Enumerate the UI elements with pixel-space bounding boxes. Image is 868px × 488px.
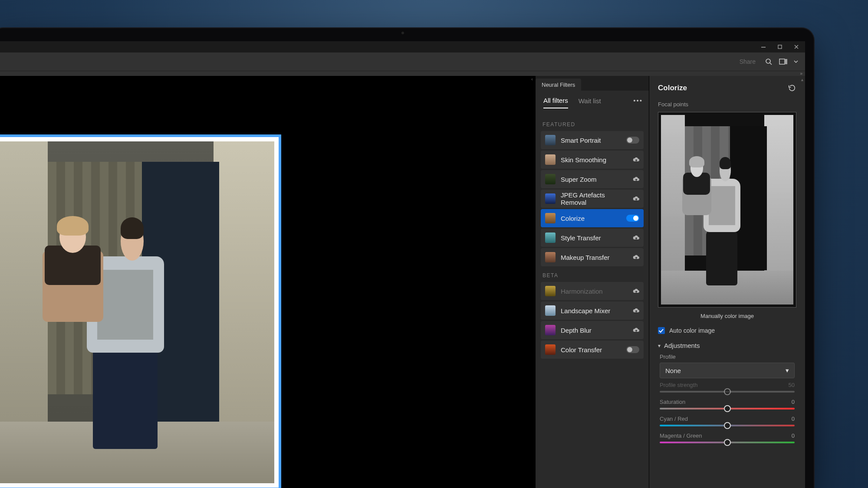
tab-all-filters[interactable]: All filters — [543, 97, 568, 108]
svg-rect-3 — [779, 59, 785, 64]
chevron-down-icon[interactable] — [794, 57, 798, 66]
properties-title: Colorize — [658, 84, 687, 92]
auto-color-checkbox[interactable]: Auto color image — [658, 327, 796, 334]
slider-value: 0 — [792, 416, 795, 422]
slider-track — [660, 391, 795, 393]
filter-label: Colorize — [561, 215, 621, 222]
filter-label: Makeup Transfer — [561, 254, 627, 261]
adjustments-label: Adjustments — [664, 342, 700, 349]
workspace-icon[interactable] — [779, 57, 788, 66]
profile-select[interactable]: None ▾ — [660, 363, 795, 378]
slider-knob — [724, 388, 731, 395]
filter-thumb-icon — [545, 305, 556, 316]
filter-landscape-mixer[interactable]: Landscape Mixer — [541, 301, 644, 320]
svg-point-2 — [766, 59, 770, 63]
filter-thumb-icon — [545, 233, 556, 243]
chevron-down-icon: ▾ — [658, 343, 661, 349]
slider-profile-strength: Profile strength50 — [660, 382, 795, 393]
filter-thumb-icon — [545, 193, 556, 204]
filter-harmonization[interactable]: Harmonization — [541, 282, 644, 300]
close-button[interactable] — [793, 43, 800, 50]
filter-properties-panel: ▲ Colorize Focal points — [649, 76, 805, 488]
filter-thumb-icon — [545, 325, 556, 335]
expand-panels-icon[interactable]: » — [800, 71, 802, 76]
filter-thumb-icon — [545, 154, 556, 165]
filter-colorize[interactable]: Colorize — [541, 209, 644, 227]
cloud-download-icon[interactable] — [632, 196, 639, 202]
filter-depth-blur[interactable]: Depth Blur — [541, 321, 644, 339]
search-icon[interactable] — [764, 57, 773, 66]
slider-label: Saturation — [660, 399, 685, 405]
slider-value: 0 — [792, 399, 795, 405]
slider-knob[interactable] — [724, 405, 731, 412]
canvas-image[interactable] — [0, 134, 281, 488]
section-beta: BETA — [542, 272, 642, 278]
filter-label: Skin Smoothing — [561, 156, 627, 164]
filter-super-zoom[interactable]: Super Zoom — [541, 170, 644, 188]
filter-toggle[interactable] — [626, 346, 639, 353]
cloud-download-icon[interactable] — [632, 327, 639, 333]
slider-label: Magenta / Green — [660, 432, 702, 439]
svg-rect-0 — [761, 47, 766, 48]
preview-thumbnail[interactable] — [658, 112, 796, 308]
cloud-download-icon[interactable] — [632, 254, 639, 260]
filter-label: Style Transfer — [561, 234, 627, 242]
filter-jpeg-artefacts-removal[interactable]: JPEG Artefacts Removal — [541, 190, 644, 208]
slider-saturation[interactable]: Saturation0 — [660, 399, 795, 409]
filter-toggle[interactable] — [626, 215, 639, 222]
slider-magenta-green[interactable]: Magenta / Green0 — [660, 432, 795, 443]
filter-thumb-icon — [545, 344, 556, 355]
filter-thumb-icon — [545, 286, 556, 296]
cloud-download-icon[interactable] — [632, 176, 639, 182]
slider-track[interactable] — [660, 425, 795, 426]
share-button[interactable]: Share — [740, 58, 756, 65]
auto-color-label: Auto color image — [669, 327, 715, 334]
filter-makeup-transfer[interactable]: Makeup Transfer — [541, 248, 644, 266]
neural-filters-panel: Neural Filters All filters Wait list •••… — [535, 76, 649, 488]
slider-label: Profile strength — [660, 382, 697, 388]
reset-icon[interactable] — [788, 85, 796, 92]
slider-knob[interactable] — [724, 422, 731, 429]
filter-smart-portrait[interactable]: Smart Portrait — [541, 131, 644, 149]
focal-points-label: Focal points — [658, 101, 796, 108]
maximize-button[interactable] — [776, 43, 783, 50]
cloud-download-icon[interactable] — [632, 288, 639, 294]
minimize-button[interactable] — [760, 43, 767, 50]
adjustments-accordion[interactable]: ▾ Adjustments — [658, 342, 796, 349]
filter-label: Smart Portrait — [561, 137, 621, 144]
scroll-indicator-icon: ▲ — [800, 78, 804, 82]
filter-thumb-icon — [545, 252, 556, 262]
filter-label: JPEG Artefacts Removal — [561, 191, 627, 206]
filter-toggle[interactable] — [626, 137, 639, 144]
panel-tab-neural-filters[interactable]: Neural Filters — [536, 79, 581, 91]
tab-wait-list[interactable]: Wait list — [579, 97, 601, 108]
filter-thumb-icon — [545, 174, 556, 184]
slider-knob[interactable] — [724, 439, 731, 446]
window-titlebar — [0, 41, 805, 52]
preview-caption: Manually color image — [654, 313, 801, 319]
filter-color-transfer[interactable]: Color Transfer — [541, 341, 644, 359]
cloud-download-icon[interactable] — [632, 157, 639, 163]
panel-menu-icon[interactable]: ••• — [633, 97, 643, 104]
slider-track[interactable] — [660, 442, 795, 443]
filter-skin-smoothing[interactable]: Skin Smoothing — [541, 151, 644, 169]
filter-label: Landscape Mixer — [561, 307, 627, 314]
app-toolbar: Share — [0, 52, 805, 71]
slider-cyan-red[interactable]: Cyan / Red0 — [660, 416, 795, 426]
slider-track[interactable] — [660, 408, 795, 409]
filter-label: Harmonization — [561, 288, 627, 295]
canvas-area[interactable]: ‹ — [0, 76, 535, 488]
filter-label: Color Transfer — [561, 346, 621, 354]
slider-value: 50 — [789, 382, 795, 388]
filter-thumb-icon — [545, 213, 556, 223]
panel-collapse-caret-icon[interactable]: ‹ — [529, 77, 535, 82]
slider-value: 0 — [792, 432, 795, 439]
filter-style-transfer[interactable]: Style Transfer — [541, 229, 644, 247]
cloud-download-icon[interactable] — [632, 308, 639, 314]
filter-thumb-icon — [545, 135, 556, 145]
svg-rect-1 — [778, 45, 782, 49]
cloud-download-icon[interactable] — [632, 235, 639, 241]
section-featured: FEATURED — [542, 121, 642, 128]
profile-value: None — [665, 367, 681, 374]
checkbox-icon — [658, 327, 665, 334]
